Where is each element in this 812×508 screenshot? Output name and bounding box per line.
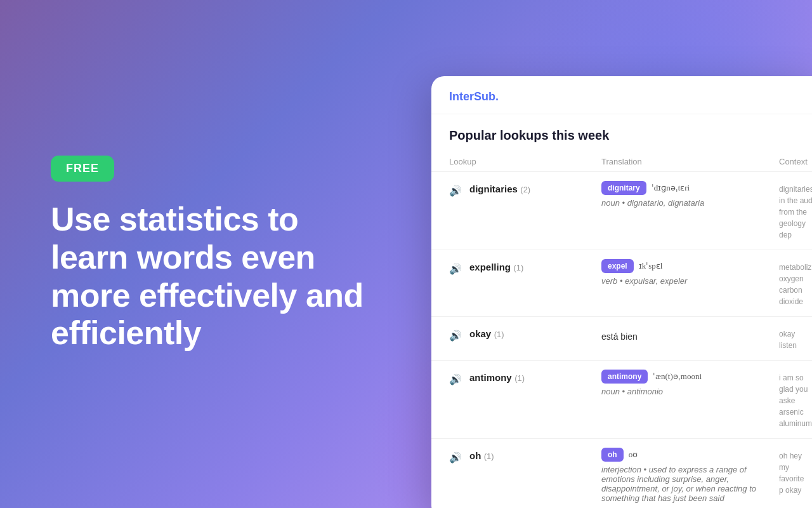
- table-row: 🔊 dignitaries (2) dignitary ˈdɪɡnəˌtɛri …: [431, 172, 812, 250]
- translation-detail: interjection • used to express a range o…: [601, 465, 779, 503]
- table-header: Lookup Translation Context: [431, 152, 812, 172]
- sound-icon[interactable]: 🔊: [449, 330, 462, 342]
- translation-top: antimony ˈæn(t)əˌmooni: [601, 370, 779, 384]
- lookup-cell: 🔊 expelling (1): [449, 259, 601, 275]
- translation-cell: expel ɪkˈspɛl verb • expulsar, expeler: [601, 259, 779, 286]
- word-badge: oh: [601, 448, 624, 462]
- app-logo: InterSub.: [449, 90, 499, 103]
- sound-icon[interactable]: 🔊: [449, 373, 462, 385]
- table-row: 🔊 antimony (1) antimony ˈæn(t)əˌmooni no…: [431, 361, 812, 439]
- col-header-translation: Translation: [601, 157, 779, 166]
- context-cell: metabolizing oxygen carbon dioxide: [779, 259, 812, 307]
- free-badge: FREE: [51, 156, 114, 182]
- translation-top: dignitary ˈdɪɡnəˌtɛri: [601, 181, 779, 195]
- lookup-word: oh (1): [469, 450, 494, 462]
- translation-top: expel ɪkˈspɛl: [601, 259, 779, 273]
- context-cell: okay listen: [779, 326, 807, 351]
- context-cell: i am so glad you aske arsenic aluminum: [779, 370, 812, 429]
- context-cell: dignitaries in the aud from the geology …: [779, 181, 812, 241]
- app-panel: InterSub. Popular lookups this week Look…: [431, 76, 812, 508]
- lookup-cell: 🔊 okay (1): [449, 326, 601, 342]
- lookups-table: Lookup Translation Context 🔊 dignitaries…: [431, 152, 812, 508]
- sound-icon[interactable]: 🔊: [449, 185, 462, 197]
- lookup-word: dignitaries (2): [469, 184, 530, 195]
- translation-detail: está bien: [601, 331, 779, 342]
- phonetic: ˈæn(t)əˌmooni: [653, 371, 702, 382]
- logo-text: InterSub: [449, 90, 495, 103]
- table-row: 🔊 okay (1) está bien okay listen: [431, 317, 812, 361]
- col-header-context: Context: [779, 157, 808, 166]
- phonetic: ˈdɪɡnəˌtɛri: [652, 183, 690, 193]
- left-panel: FREE Use statistics to learn words even …: [51, 156, 381, 352]
- lookup-word: okay (1): [469, 328, 504, 340]
- col-header-lookup: Lookup: [449, 157, 601, 166]
- app-header: InterSub.: [431, 76, 812, 114]
- section-title: Popular lookups this week: [431, 114, 812, 152]
- translation-cell: antimony ˈæn(t)əˌmooni noun • antimonio: [601, 370, 779, 396]
- phonetic: ɪkˈspɛl: [639, 261, 663, 271]
- word-badge: dignitary: [601, 181, 646, 195]
- lookup-cell: 🔊 antimony (1): [449, 370, 601, 385]
- table-row: 🔊 oh (1) oh oʊ interjection • used to ex…: [431, 439, 812, 508]
- phonetic: oʊ: [629, 450, 638, 460]
- translation-top: oh oʊ: [601, 448, 779, 462]
- word-badge: antimony: [601, 370, 648, 384]
- lookup-cell: 🔊 oh (1): [449, 448, 601, 464]
- background: FREE Use statistics to learn words even …: [0, 0, 812, 508]
- lookup-word: antimony (1): [469, 372, 525, 384]
- translation-cell: oh oʊ interjection • used to express a r…: [601, 448, 779, 503]
- translation-detail: noun • antimonio: [601, 387, 779, 396]
- translation-detail: verb • expulsar, expeler: [601, 276, 779, 286]
- logo-dot: .: [495, 90, 499, 103]
- translation-cell: dignitary ˈdɪɡnəˌtɛri noun • dignatario,…: [601, 181, 779, 208]
- word-badge: expel: [601, 259, 634, 273]
- lookup-cell: 🔊 dignitaries (2): [449, 181, 601, 197]
- sound-icon[interactable]: 🔊: [449, 451, 462, 464]
- lookup-word: expelling (1): [469, 262, 523, 273]
- hero-headline: Use statistics to learn words even more …: [51, 201, 381, 352]
- table-row: 🔊 expelling (1) expel ɪkˈspɛl verb • exp…: [431, 250, 812, 317]
- translation-cell: está bien: [601, 326, 779, 342]
- sound-icon[interactable]: 🔊: [449, 263, 462, 275]
- context-cell: oh hey my favorite p okay: [779, 448, 810, 496]
- translation-detail: noun • dignatario, dignataria: [601, 198, 779, 208]
